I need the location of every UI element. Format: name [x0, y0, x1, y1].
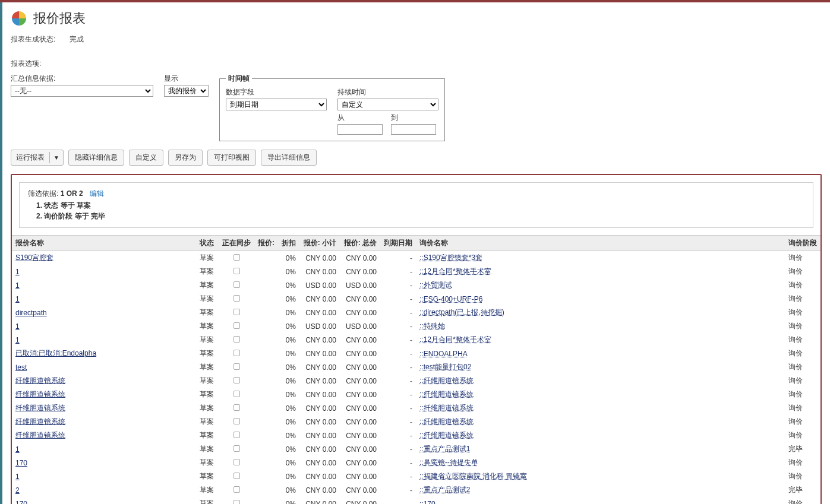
quote-name-link[interactable]: 1: [15, 268, 20, 276]
col-syncing[interactable]: 正在同步: [219, 236, 254, 251]
inquiry-name-link[interactable]: ::directpath(已上报,待挖掘): [419, 308, 504, 316]
quote-name-link[interactable]: 1: [15, 281, 20, 290]
timeframe-to-input[interactable]: [391, 124, 436, 135]
cell-inquiry-stage: 询价: [785, 278, 820, 292]
filter-edit-link[interactable]: 编辑: [90, 189, 104, 198]
cell-price: [254, 278, 278, 292]
cell-syncing: [219, 251, 254, 265]
cell-discount: 0%: [278, 442, 299, 456]
quote-name-link[interactable]: 170: [15, 459, 27, 467]
printable-view-button[interactable]: 可打印视图: [207, 150, 256, 166]
cell-subtotal: CNY 0.00: [299, 360, 340, 374]
inquiry-name-link[interactable]: ::S190宫腔镜套*3套: [419, 253, 482, 262]
cell-discount: 0%: [278, 278, 299, 292]
inquiry-name-link[interactable]: ::170: [419, 500, 435, 505]
inquiry-name-link[interactable]: ::福建省立医院南院 消化科 胃镜室: [419, 472, 527, 480]
cell-total: CNY 0.00: [340, 292, 380, 306]
timeframe-from-input[interactable]: [337, 124, 383, 135]
display-field: 显示 我的报价: [164, 74, 209, 97]
col-price[interactable]: 报价:: [254, 236, 278, 251]
checkbox-icon: [233, 500, 240, 505]
inquiry-name-link[interactable]: ::12月合同*整体手术室: [419, 267, 491, 275]
cell-price: [254, 333, 278, 347]
summary-select[interactable]: --无--: [11, 85, 153, 97]
export-details-button[interactable]: 导出详细信息: [261, 150, 317, 166]
cell-due-date: -: [380, 442, 416, 456]
cell-syncing: [219, 470, 254, 483]
checkbox-icon: [233, 418, 240, 424]
inquiry-name-link[interactable]: ::ESG-400+URF-P6: [419, 295, 482, 303]
quote-name-link[interactable]: 1: [15, 336, 20, 344]
left-accent-stripe: [0, 2, 2, 504]
cell-discount: 0%: [278, 415, 299, 429]
inquiry-name-link[interactable]: ::重点产品测试2: [419, 486, 470, 494]
table-row: 1草案0%CNY 0.00CNY 0.00-::重点产品测试1完毕: [12, 442, 820, 456]
customize-button[interactable]: 自定义: [129, 150, 163, 166]
inquiry-name-link[interactable]: ::纤维胆道镜系统: [419, 404, 474, 412]
inquiry-name-link[interactable]: ::纤维胆道镜系统: [419, 417, 474, 426]
quote-name-link[interactable]: 纤维胆道镜系统: [15, 390, 65, 398]
col-due-date[interactable]: 到期日期: [380, 236, 416, 251]
checkbox-icon: [233, 268, 240, 274]
timeframe-duration-select[interactable]: 自定义: [337, 99, 438, 110]
checkbox-icon: [233, 336, 240, 343]
cell-syncing: [219, 415, 254, 429]
quote-name-link[interactable]: S190宫腔套: [15, 253, 53, 262]
cell-syncing: [219, 374, 254, 388]
col-inquiry-stage[interactable]: 询价阶段: [785, 236, 820, 251]
cell-subtotal: CNY 0.00: [299, 470, 340, 483]
report-status-label: 报表生成状态:: [11, 35, 55, 43]
report-table: 报价名称 状态 正在同步 报价: 折扣 报价: 小计 报价: 总价 到期日期 询…: [12, 235, 820, 504]
cell-inquiry-stage: 询价: [785, 347, 820, 360]
inquiry-name-link[interactable]: ::外贸测试: [419, 281, 452, 289]
quote-name-link[interactable]: test: [15, 363, 27, 372]
inquiry-name-link[interactable]: ::纤维胆道镜系统: [419, 390, 474, 398]
quote-name-link[interactable]: 1: [15, 295, 20, 303]
table-row: 纤维胆道镜系统草案0%CNY 0.00CNY 0.00-::纤维胆道镜系统询价: [12, 429, 820, 442]
quote-name-link[interactable]: 纤维胆道镜系统: [15, 376, 65, 385]
cell-inquiry-stage: 询价: [785, 306, 820, 319]
quote-name-link[interactable]: 已取消:已取消:Endoalpha: [15, 349, 96, 357]
save-as-button[interactable]: 另存为: [168, 150, 203, 166]
quote-name-link[interactable]: 1: [15, 473, 20, 481]
cell-syncing: [219, 456, 254, 470]
inquiry-name-link[interactable]: ::特殊她: [419, 322, 445, 330]
inquiry-name-link[interactable]: ::test能量打包02: [419, 363, 471, 371]
col-quote-name[interactable]: 报价名称: [12, 236, 196, 251]
cell-total: CNY 0.00: [340, 415, 380, 429]
cell-inquiry-stage: 询价: [785, 388, 820, 401]
display-select[interactable]: 我的报价: [164, 85, 209, 97]
cell-due-date: -: [380, 415, 416, 429]
run-report-button[interactable]: 运行报表 ▼: [11, 150, 64, 166]
inquiry-name-link[interactable]: ::鼻窦镜--待提失单: [419, 458, 478, 467]
cell-price: [254, 251, 278, 265]
checkbox-icon: [233, 350, 240, 356]
quote-name-link[interactable]: 纤维胆道镜系统: [15, 417, 65, 426]
inquiry-name-link[interactable]: ::ENDOALPHA: [419, 350, 468, 358]
col-subtotal[interactable]: 报价: 小计: [299, 236, 340, 251]
cell-due-date: -: [380, 456, 416, 470]
quote-name-link[interactable]: 1: [15, 322, 20, 331]
table-row: 已取消:已取消:Endoalpha草案0%CNY 0.00CNY 0.00-::…: [12, 347, 820, 360]
timeframe-datafield-select[interactable]: 到期日期: [226, 99, 327, 110]
inquiry-name-link[interactable]: ::纤维胆道镜系统: [419, 431, 474, 439]
quote-name-link[interactable]: 纤维胆道镜系统: [15, 431, 65, 439]
col-discount[interactable]: 折扣: [278, 236, 299, 251]
col-status[interactable]: 状态: [196, 236, 219, 251]
hide-details-button[interactable]: 隐藏详细信息: [68, 150, 124, 166]
col-total[interactable]: 报价: 总价: [340, 236, 380, 251]
quote-name-link[interactable]: 1: [15, 445, 20, 454]
quote-name-link[interactable]: 纤维胆道镜系统: [15, 404, 65, 412]
col-inquiry-name[interactable]: 询价名称: [416, 236, 785, 251]
quote-name-link[interactable]: 170: [15, 500, 27, 505]
inquiry-name-link[interactable]: ::12月合同*整体手术室: [419, 335, 491, 344]
cell-discount: 0%: [278, 456, 299, 470]
inquiry-name-link[interactable]: ::纤维胆道镜系统: [419, 376, 474, 385]
inquiry-name-link[interactable]: ::重点产品测试1: [419, 445, 470, 453]
quote-name-link[interactable]: 2: [15, 486, 20, 495]
cell-subtotal: CNY 0.00: [299, 456, 340, 470]
cell-syncing: [219, 388, 254, 401]
cell-total: CNY 0.00: [340, 306, 380, 319]
cell-syncing: [219, 401, 254, 415]
quote-name-link[interactable]: directpath: [15, 309, 47, 317]
